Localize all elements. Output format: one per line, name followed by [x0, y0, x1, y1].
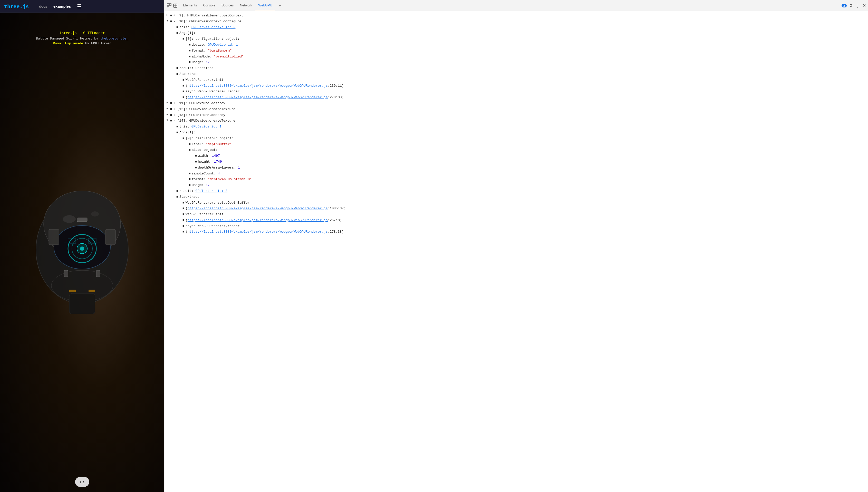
stacklink-278[interactable]: https://localhost:8080/examples/jsm/rend…: [188, 95, 328, 99]
svg-rect-22: [167, 4, 169, 5]
demo-subtitle-link[interactable]: theblueturtle_: [100, 36, 128, 40]
bullet-icon: ■: [195, 153, 198, 159]
item-text: width: 1497: [198, 153, 220, 159]
bullet-icon: ■: [170, 113, 173, 118]
console-badge[interactable]: 2: [842, 4, 847, 7]
tab-sources[interactable]: Sources: [218, 0, 237, 11]
item-text: + [12]: GPUDevice.createTexture: [173, 107, 235, 112]
stacklink-278b[interactable]: https://localhost:8080/examples/jsm/rend…: [188, 230, 328, 234]
gpu-texture-3-link[interactable]: GPUTexture id: 3: [195, 189, 227, 193]
tree-item: ▶ ■ format: "bgra8unorm": [165, 48, 868, 54]
svg-rect-21: [89, 290, 95, 292]
tree-item: ▼ ■ - [10]: GPUCanvasContext.configure: [165, 19, 868, 25]
tree-item: ▶ ■ WebGPURenderer.init: [165, 77, 868, 83]
settings-icon[interactable]: ⚙: [849, 3, 853, 8]
stacklink-267[interactable]: https://localhost:8080/examples/jsm/rend…: [188, 218, 328, 222]
tree-item: ▶ ■ + [13]: GPUTexture.destroy: [165, 112, 868, 118]
bullet-icon: ■: [170, 118, 173, 124]
devtools-icon-select[interactable]: [167, 3, 172, 8]
close-icon[interactable]: ✕: [863, 3, 866, 8]
devtools-header: Elements Console Sources Network WebGPU …: [165, 0, 868, 11]
tree-item: ▶ ■ Args[1]:: [165, 130, 868, 136]
stacklink-1085[interactable]: https://localhost:8080/examples/jsm/rend…: [188, 206, 328, 210]
item-text: sampleCount: 4: [192, 171, 220, 176]
gpu-device-1-link[interactable]: GPUDevice id: 1: [208, 43, 238, 47]
bullet-icon: ■: [176, 25, 179, 30]
expand-icon: ▶: [179, 218, 183, 222]
expand-icon: ▶: [173, 124, 176, 128]
tree-item: ▶ ■ + [11]: GPUTexture.destroy: [165, 101, 868, 106]
item-text: (https://localhost:8080/examples/jsm/ren…: [186, 229, 344, 235]
expand-icon[interactable]: ▼: [167, 19, 170, 23]
bullet-icon: ■: [176, 124, 179, 129]
demo-by: by: [83, 41, 91, 45]
tree-item: ▶ ■ (https://localhost:8080/examples/jsm…: [165, 95, 868, 101]
bullet-icon: ■: [170, 19, 173, 24]
bullet-icon: ■: [176, 189, 179, 194]
svg-point-6: [80, 247, 84, 251]
item-text: - [14]: GPUDevice.createTexture: [173, 118, 235, 124]
more-tabs-button[interactable]: »: [275, 0, 284, 11]
item-text: WebGPURenderer.init: [186, 212, 223, 217]
item-text: size: object:: [192, 147, 218, 153]
bullet-icon: ■: [189, 177, 192, 182]
expand-icon: ▶: [173, 25, 176, 29]
expand-icon: ▶: [179, 83, 183, 88]
devtools-content[interactable]: ▶ ■ + [9]: HTMLCanvasElement.getContext …: [165, 11, 868, 492]
expand-icon: ▶: [185, 177, 189, 181]
item-text: + [13]: GPUTexture.destroy: [173, 113, 225, 118]
devtools-icon-inspect[interactable]: [173, 3, 178, 8]
tree-item: ▶ ■ + [9]: HTMLCanvasElement.getContext: [165, 13, 868, 19]
expand-icon: ▶: [173, 30, 176, 34]
tab-elements[interactable]: Elements: [180, 0, 200, 11]
demo-overlay: three.js - GLTFLoader Battle Damaged Sci…: [0, 31, 164, 45]
expand-icon[interactable]: ▶: [167, 101, 170, 105]
tab-network[interactable]: Network: [237, 0, 256, 11]
expand-icon[interactable]: ▶: [167, 13, 170, 17]
devtools-right-icons: 2 ⚙ ⋮ ✕: [842, 3, 866, 8]
stacklink-239[interactable]: https://localhost:8080/examples/jsm/rend…: [188, 84, 328, 88]
hamburger-menu-icon[interactable]: ☰: [77, 3, 81, 9]
tab-console[interactable]: Console: [200, 0, 218, 11]
site-title[interactable]: three.js: [4, 3, 29, 9]
bullet-icon: ■: [176, 30, 179, 36]
nav-examples[interactable]: examples: [53, 4, 71, 8]
expand-icon: ▶: [185, 171, 189, 175]
expand-icon[interactable]: ▼: [167, 118, 170, 122]
gpu-device-1-link2[interactable]: GPUDevice id: 1: [191, 125, 221, 128]
tree-item: ▶ ■ (https://localhost:8080/examples/jsm…: [165, 218, 868, 223]
bullet-icon: ■: [183, 200, 186, 206]
svg-rect-12: [105, 229, 116, 245]
demo-title: three.js - GLTFLoader: [0, 31, 164, 35]
bullet-icon: ■: [183, 212, 186, 217]
item-text: async WebGPURenderer.render: [186, 89, 240, 94]
tab-webgpu[interactable]: WebGPU: [255, 0, 275, 11]
bullet-icon: ■: [183, 229, 186, 235]
nav-arrows[interactable]: ‹ ›: [75, 477, 89, 487]
more-options-icon[interactable]: ⋮: [855, 3, 860, 8]
bullet-icon: ■: [176, 130, 179, 136]
expand-icon: ▶: [191, 165, 195, 169]
item-text: format: "depth24plus-stencil8": [192, 177, 252, 182]
tree-item: ▶ ■ depthOrArrayLayers: 1: [165, 165, 868, 171]
bullet-icon: ■: [170, 107, 173, 112]
expand-icon[interactable]: ▶: [167, 113, 170, 117]
svg-rect-15: [64, 270, 68, 277]
item-text: - [10]: GPUCanvasContext.configure: [173, 19, 241, 24]
item-text: alphaMode: "premultiplied": [192, 54, 244, 59]
svg-rect-14: [69, 293, 95, 314]
expand-icon: ▶: [185, 147, 189, 152]
item-text: (https://localhost:8080/examples/jsm/ren…: [186, 218, 342, 223]
tree-item: ▶ ■ width: 1497: [165, 153, 868, 159]
expand-icon[interactable]: ▶: [167, 107, 170, 111]
tree-item: ▶ ■ [0]: descriptor: object:: [165, 136, 868, 142]
nav-docs[interactable]: docs: [39, 4, 47, 8]
bullet-icon: ■: [176, 72, 179, 77]
tree-item: ▶ ■ Stacktrace: [165, 194, 868, 200]
gpu-canvas-context-link[interactable]: GPUCanvasContext id: 0: [191, 25, 236, 29]
bullet-icon: ■: [195, 165, 198, 171]
demo-hdri: Royal Esplanade by HDRI Haven: [0, 41, 164, 45]
bullet-icon: ■: [183, 89, 186, 94]
tree-item: ▶ ■ Stacktrace: [165, 71, 868, 77]
item-text: Stacktrace: [179, 194, 199, 200]
